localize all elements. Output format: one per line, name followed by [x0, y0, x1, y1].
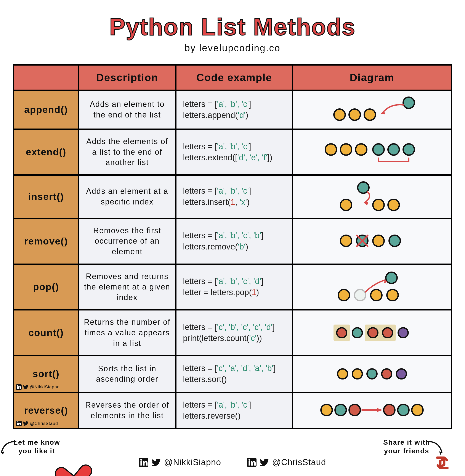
method-name: count(): [14, 310, 78, 356]
credit-nikki-footer[interactable]: @NikkiSiapno: [139, 457, 221, 467]
svg-point-9: [356, 144, 367, 155]
arrow-icon: [0, 440, 17, 457]
method-code: letters = ['c', 'a', 'd', 'a', 'b'] lett…: [176, 356, 293, 392]
footer: Let me know you like it @NikkiSiapno @Ch…: [13, 438, 452, 475]
method-desc: Removes the first occurrence of an eleme…: [78, 218, 176, 264]
method-code: letters = ['a', 'b', 'c', 'd'] letter = …: [176, 264, 293, 310]
linkedin-icon: [16, 421, 22, 426]
method-name: insert(): [14, 175, 78, 218]
svg-point-14: [340, 199, 352, 211]
like-note: Let me know you like it: [13, 438, 61, 455]
arrow-icon: [426, 440, 443, 457]
method-desc: Sorts the list in ascending order: [78, 356, 176, 392]
row-count: count() Returns the number of times a va…: [14, 310, 451, 356]
page-title: Python List Methods: [13, 13, 452, 41]
linkedin-icon: [139, 458, 148, 467]
svg-point-15: [373, 199, 384, 211]
svg-point-28: [321, 404, 332, 416]
row-extend: extend() Adds the elements of a list to …: [14, 129, 451, 175]
method-code: letters = ['a', 'b', 'c'] letters.append…: [176, 90, 293, 129]
col-code: Code example: [176, 65, 293, 90]
svg-point-26: [371, 290, 382, 301]
method-desc: Adds an element at a specific index: [78, 175, 176, 218]
col-description: Description: [78, 65, 176, 90]
credit-nikki: @NikkiSiapno: [16, 384, 60, 390]
svg-point-4: [349, 109, 360, 120]
row-sort: sort() @NikkiSiapno Sorts the list in as…: [14, 356, 451, 392]
method-code: letters = ['a', 'b', 'c'] letters.revers…: [176, 392, 293, 429]
method-name: sort() @NikkiSiapno: [14, 356, 78, 392]
share-note: Share it with your friends: [383, 438, 430, 455]
method-diagram: [293, 310, 451, 356]
svg-point-10: [373, 144, 384, 155]
twitter-icon: [151, 458, 161, 467]
twitter-icon: [23, 384, 29, 390]
svg-point-5: [364, 109, 375, 120]
method-code: letters = ['a', 'b', 'c'] letters.extend…: [176, 129, 293, 175]
method-name: reverse() @ChrisStaud: [14, 392, 78, 429]
col-diagram: Diagram: [293, 65, 451, 90]
svg-point-12: [403, 144, 414, 155]
svg-point-22: [389, 235, 400, 247]
method-name: append(): [14, 90, 78, 129]
row-append: append() Adds an element to the end of t…: [14, 90, 451, 129]
svg-point-3: [334, 109, 345, 120]
method-diagram: [293, 356, 451, 392]
svg-point-34: [412, 404, 423, 416]
method-desc: Adds an element to the end of the list: [78, 90, 176, 129]
row-remove: remove() Removes the first occurrence of…: [14, 218, 451, 264]
svg-point-16: [388, 199, 399, 211]
method-name: extend(): [14, 129, 78, 175]
method-code: letters = ['c', 'b', 'c', 'c', 'd'] prin…: [176, 310, 293, 356]
svg-point-27: [387, 290, 398, 301]
row-reverse: reverse() @ChrisStaud Reverses the order…: [14, 392, 451, 429]
method-diagram: [293, 392, 451, 429]
method-diagram: [293, 264, 451, 310]
method-code: letters = ['a', 'b', 'c', 'b'] letters.r…: [176, 218, 293, 264]
method-desc: Returns the number of times a value appe…: [78, 310, 176, 356]
svg-point-7: [325, 144, 337, 155]
method-desc: Reverses the order of elements in the li…: [78, 392, 176, 429]
credit-chris-footer[interactable]: @ChrisStaud: [247, 457, 326, 467]
linkedin-icon: [247, 458, 256, 467]
svg-point-32: [384, 404, 395, 416]
row-insert: insert() Adds an element at a specific i…: [14, 175, 451, 218]
linkedin-icon: [16, 384, 22, 390]
svg-point-17: [340, 235, 352, 247]
method-diagram: [293, 129, 451, 175]
svg-point-8: [340, 144, 352, 155]
methods-table: Description Code example Diagram append(…: [13, 64, 452, 429]
byline: by levelupcoding.co: [13, 43, 452, 54]
method-name: pop(): [14, 264, 78, 310]
method-diagram: [293, 175, 451, 218]
svg-point-25: [354, 290, 366, 301]
col-method: [14, 65, 78, 90]
svg-point-24: [338, 290, 349, 301]
credit-chris: @ChrisStaud: [16, 421, 58, 426]
method-diagram: [293, 90, 451, 129]
method-desc: Removes and returns the element at a giv…: [78, 264, 176, 310]
twitter-icon: [260, 458, 269, 467]
heart-icon[interactable]: [63, 453, 82, 475]
svg-point-30: [349, 404, 360, 416]
svg-point-33: [398, 404, 409, 416]
method-diagram: [293, 218, 451, 264]
method-name: remove(): [14, 218, 78, 264]
svg-point-23: [386, 272, 397, 283]
svg-point-11: [388, 144, 399, 155]
svg-point-6: [403, 97, 414, 108]
method-code: letters = ['a', 'b', 'c'] letters.insert…: [176, 175, 293, 218]
svg-point-29: [335, 404, 346, 416]
svg-point-21: [373, 235, 384, 247]
twitter-icon: [23, 421, 29, 426]
row-pop: pop() Removes and returns the element at…: [14, 264, 451, 310]
method-desc: Adds the elements of a list to the end o…: [78, 129, 176, 175]
